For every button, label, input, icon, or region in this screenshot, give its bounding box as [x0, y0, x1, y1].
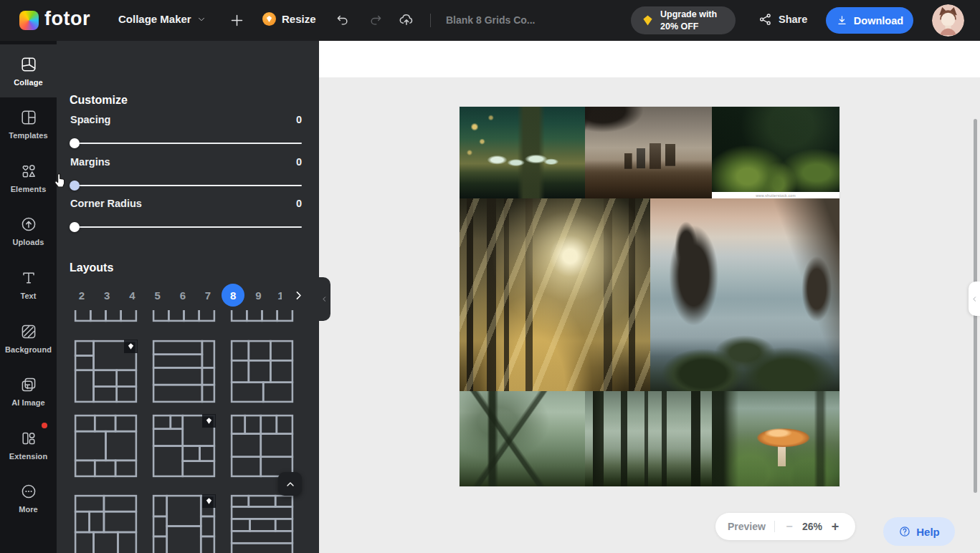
layout-thumbnail-pro[interactable]	[74, 340, 138, 403]
collage-panel: Customize Spacing0Margins0Corner Radius0…	[57, 41, 319, 553]
new-project-button[interactable]	[229, 13, 244, 28]
sidebar-item-ai-image[interactable]: AI Image	[0, 365, 57, 418]
share-button[interactable]: Share	[758, 12, 807, 27]
upgrade-button[interactable]: Upgrade with20% OFF	[631, 6, 736, 34]
notification-dot	[42, 423, 47, 428]
sidebar-item-text[interactable]: Text	[0, 258, 57, 311]
sidebar: CollageTemplatesElementsUploadsTextBackg…	[0, 41, 57, 553]
sidebar-item-label: Elements	[11, 185, 47, 193]
zoom-control: Preview − 26% +	[715, 513, 855, 540]
tool-name: Collage Maker	[118, 13, 191, 25]
layout-thumbnail[interactable]	[74, 494, 138, 553]
layout-thumbnail-pro[interactable]	[152, 414, 216, 478]
grid-tab-10[interactable]: 10	[272, 284, 282, 307]
sidebar-item-more[interactable]: More	[0, 472, 57, 525]
sidebar-item-label: Collage	[14, 78, 42, 87]
slider-track[interactable]	[70, 226, 302, 228]
collage-image-mossy-forest-mushrooms[interactable]	[460, 107, 585, 198]
slider-spacing: Spacing0	[70, 112, 302, 153]
sidebar-item-label: Background	[5, 345, 52, 354]
document-title[interactable]: Blank 8 Grids Co...	[446, 14, 535, 26]
sidebar-item-label: Text	[20, 292, 36, 300]
sidebar-item-uploads[interactable]: Uploads	[0, 205, 57, 258]
grid-tab-7[interactable]: 7	[196, 284, 219, 307]
slider-corner-radius: Corner Radius0	[70, 196, 302, 236]
pro-diamond-badge	[202, 494, 216, 508]
zoom-level: 26%	[795, 521, 829, 532]
gem-icon	[642, 14, 654, 27]
question-circle-icon	[898, 525, 911, 538]
layout-thumbnail[interactable]	[230, 414, 294, 478]
slider-handle[interactable]	[70, 222, 80, 232]
canvas-area: www.shutterstock.com Preview − 26% + Hel…	[319, 41, 980, 553]
slider-handle[interactable]	[70, 181, 80, 191]
user-avatar[interactable]	[932, 4, 964, 37]
resize-button[interactable]: Resize	[262, 12, 316, 26]
tool-switcher[interactable]: Collage Maker	[118, 13, 206, 25]
brand-wordmark: fotor	[44, 8, 90, 30]
layout-thumbnail[interactable]	[230, 494, 294, 553]
zoom-in-button[interactable]: +	[829, 519, 841, 534]
tabs-next-chevron-icon[interactable]	[292, 289, 305, 302]
share-icon	[758, 12, 773, 27]
collage-image-orange-mushroom[interactable]	[712, 391, 839, 486]
uploads-icon	[20, 216, 37, 233]
right-edge-collapse-handle[interactable]	[969, 282, 980, 316]
slider-label: Corner Radius	[70, 198, 142, 209]
grid-tab-3[interactable]: 3	[95, 284, 118, 307]
slider-track[interactable]	[70, 143, 302, 144]
scroll-to-top-button[interactable]	[278, 472, 302, 496]
panel-collapse-handle[interactable]	[318, 277, 330, 321]
grid-tab-8[interactable]: 8	[222, 284, 244, 307]
sidebar-item-label: AI Image	[11, 398, 45, 407]
collage-image-foggy-graveyard[interactable]	[585, 107, 712, 198]
grid-tab-5[interactable]: 5	[146, 284, 169, 307]
layout-thumbnail[interactable]	[74, 414, 138, 478]
layouts-title: Layouts	[70, 261, 113, 274]
sidebar-item-templates[interactable]: Templates	[0, 98, 57, 151]
grid-tab-4[interactable]: 4	[120, 284, 143, 307]
slider-label: Margins	[70, 156, 110, 168]
slider-handle[interactable]	[70, 138, 80, 148]
layout-thumbnail-pro[interactable]	[152, 494, 216, 553]
layout-thumbnail[interactable]	[230, 340, 294, 403]
sidebar-item-elements[interactable]: Elements	[0, 151, 57, 204]
download-button[interactable]: Download	[826, 7, 913, 34]
collage-image-dark-foggy-trunks[interactable]	[585, 391, 712, 486]
slider-track[interactable]	[70, 185, 302, 186]
zoom-divider	[774, 521, 775, 532]
redo-button[interactable]	[368, 13, 383, 27]
collage-image-sunbeam-forest[interactable]	[460, 198, 650, 391]
collage-image-foggy-gnarled-tree[interactable]	[460, 391, 585, 486]
grid-count-tabs: 2345678910	[70, 284, 282, 308]
grid-tab-2[interactable]: 2	[70, 284, 93, 307]
collage-artboard[interactable]: www.shutterstock.com	[460, 107, 839, 486]
sidebar-item-collage[interactable]: Collage	[0, 44, 57, 97]
preview-button[interactable]: Preview	[728, 521, 766, 532]
cloud-save-icon[interactable]	[399, 12, 414, 28]
elements-icon	[20, 163, 37, 180]
grid-tab-9[interactable]: 9	[247, 284, 270, 307]
fotor-logo-icon[interactable]	[19, 11, 39, 30]
templates-icon	[20, 109, 37, 126]
slider-margins: Margins0	[70, 155, 302, 195]
zoom-out-button[interactable]: −	[784, 520, 795, 533]
resize-gem-icon	[262, 12, 276, 26]
layout-thumbnail[interactable]	[230, 310, 294, 322]
background-icon	[20, 323, 37, 340]
sidebar-item-extension[interactable]: Extension	[0, 418, 57, 471]
extension-icon	[20, 430, 37, 447]
undo-button[interactable]	[336, 13, 350, 27]
help-button[interactable]: Help	[883, 517, 955, 546]
slider-value: 0	[296, 114, 302, 125]
layout-thumbnail[interactable]	[152, 340, 216, 403]
grid-tab-6[interactable]: 6	[171, 284, 194, 307]
collage-image-dark-moss-rocks[interactable]: www.shutterstock.com	[712, 107, 839, 198]
sidebar-item-background[interactable]: Background	[0, 312, 57, 365]
chevron-down-icon	[197, 15, 206, 24]
layout-thumbnail[interactable]	[152, 310, 216, 322]
upgrade-line2: 20% OFF	[660, 21, 699, 32]
layout-thumbnail[interactable]	[74, 310, 138, 322]
top-bar: fotor Collage Maker Resize Blank 8 Grids…	[0, 0, 980, 41]
collage-image-coastal-sea-stacks[interactable]	[650, 198, 839, 391]
